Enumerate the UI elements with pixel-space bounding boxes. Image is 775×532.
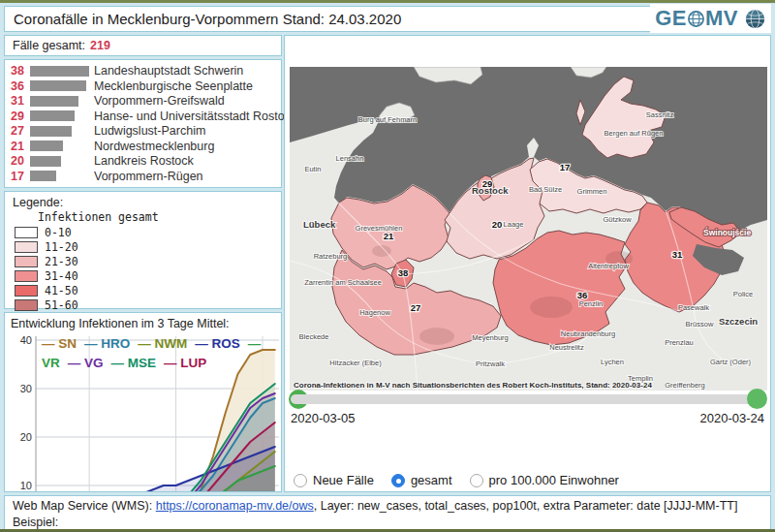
bar-value: 21	[11, 140, 30, 153]
bar-district-label: Ludwigslust-Parchim	[94, 124, 205, 138]
district-case-count: 36	[577, 290, 588, 300]
radio-selected-icon[interactable]	[391, 474, 405, 487]
district-case-count: 21	[384, 231, 394, 241]
legend-swatch	[15, 299, 38, 311]
city-label: Pasewalk	[678, 303, 709, 312]
map-canvas[interactable]: LübeckRostockSzczecinŚwinoujścieEutinLen…	[290, 67, 767, 391]
city-label: Neustrelitz	[549, 343, 584, 352]
bar	[30, 141, 90, 151]
district-case-count: 20	[492, 219, 503, 230]
city-label: Ratzeburg	[314, 252, 348, 261]
district-case-count: 27	[411, 302, 421, 313]
legend-swatch	[15, 285, 38, 297]
radio-icon[interactable]	[470, 474, 483, 487]
bar-fill	[30, 126, 72, 137]
bar-fill	[30, 141, 63, 151]
svg-text:20: 20	[20, 431, 32, 443]
bar-row: 27Ludwigslust-Parchim	[11, 124, 275, 139]
bar	[30, 156, 90, 167]
bar	[30, 96, 90, 107]
bar	[30, 80, 90, 91]
city-label: Burg auf Fehmarn	[358, 115, 417, 124]
page-title-bar: Coronafälle in Mecklenburg-Vorpommern St…	[4, 6, 715, 32]
map-attribution: Corona-Infektionen in M-V nach Situation…	[294, 381, 652, 390]
bar-fill	[30, 80, 86, 91]
forest-texture	[530, 297, 573, 318]
legend-range-label: 31-40	[45, 269, 78, 283]
radio-icon[interactable]	[294, 474, 307, 487]
footer: Web Map Service (WMS): https://coronamap…	[4, 495, 771, 530]
mode-label: Neue Fälle	[313, 473, 374, 487]
bar-fill	[30, 110, 75, 121]
bar-value: 31	[11, 94, 30, 108]
bar-fill	[30, 96, 78, 107]
trend-chart-title: Entwicklung Infektionen im 3 Tage Mittel…	[11, 317, 281, 330]
city-label: Gützkow	[603, 215, 632, 224]
bar-value: 27	[11, 124, 30, 138]
city-label: Grevesmühlen	[356, 224, 403, 233]
geomv-logo[interactable]: GE MV	[650, 4, 771, 33]
district-bar-chart: 38Landeshauptstadt Schwerin36Mecklenburg…	[4, 59, 282, 188]
bar	[30, 126, 90, 137]
legend-item: 21-30	[15, 255, 273, 268]
city-label: Neubrandenburg	[561, 329, 615, 338]
bar-district-label: Landkreis Rostock	[94, 154, 194, 168]
map-panel: LübeckRostockSzczecinŚwinoujścieEutinLen…	[284, 35, 771, 492]
bar-row: 17Vorpommern-Rügen	[11, 169, 275, 183]
globe-graticule-icon	[687, 10, 705, 28]
city-label: Hitzacker (Elbe)	[329, 359, 382, 367]
bar-value: 36	[11, 79, 30, 93]
bar-row: 21Nordwestmecklenburg	[11, 139, 275, 153]
legend-item: 0-10	[15, 226, 273, 239]
bar	[30, 110, 90, 121]
svg-text:10: 10	[20, 480, 32, 491]
legend-subtitle: Infektionen gesamt	[38, 210, 273, 224]
city-label: Eutin	[304, 165, 321, 173]
app-root: Coronafälle in Mecklenburg-Vorpommern St…	[0, 0, 775, 532]
svg-text:30: 30	[20, 383, 32, 394]
display-mode-radio-group: Neue Fällegesamtpro 100.000 Einwohner	[294, 473, 619, 487]
logo-text-right: MV	[705, 6, 738, 31]
total-cases-panel: Fälle gesamt: 219	[4, 35, 282, 56]
legend-item: 51-60	[15, 298, 273, 312]
city-label: Szczecin	[719, 316, 758, 327]
trend-chart: 10203040 — SN— HRO— NWM— ROS—VR— VG— MSE…	[11, 332, 281, 492]
city-label: Lychen	[601, 358, 624, 366]
mode-option-neue-f-lle[interactable]: Neue Fälle	[294, 473, 374, 487]
mode-option-pro-100-000-einwohner[interactable]: pro 100.000 Einwohner	[470, 473, 619, 487]
bar-row: 20Landkreis Rostock	[11, 154, 275, 169]
wms-url-link[interactable]: https://coronamap-mv.de/ows	[156, 499, 314, 513]
bar-district-label: Vorpommern-Rügen	[94, 170, 203, 183]
date-range-start: 2020-03-05	[291, 411, 356, 425]
trend-chart-svg: 10203040	[11, 332, 281, 491]
legend-range-label: 41-50	[45, 284, 78, 297]
bar-value: 29	[11, 110, 30, 123]
city-label: Laage	[504, 220, 524, 229]
legend-range-label: 11-20	[45, 240, 78, 254]
total-cases-value: 219	[90, 39, 110, 52]
legend-swatch	[15, 241, 38, 253]
bar-value: 17	[11, 170, 30, 183]
district-case-count: 29	[482, 178, 493, 189]
legend-swatch	[15, 270, 38, 282]
city-label: Hagenow	[359, 308, 390, 317]
footer-line1: Web Map Service (WMS): https://coronamap…	[13, 498, 762, 530]
bar-district-label: Mecklenburgische Seenplatte	[94, 79, 253, 93]
bar-district-label: Nordwestmecklenburg	[94, 140, 214, 153]
legend-swatch	[15, 227, 38, 238]
city-label: Zarrentin am Schaalsee	[304, 278, 382, 287]
bar	[30, 66, 90, 77]
legend-swatch	[15, 256, 38, 267]
city-label: Bergen auf Rügen	[604, 129, 664, 138]
date-slider-track[interactable]	[291, 394, 764, 404]
mode-option-gesamt[interactable]: gesamt	[391, 473, 452, 487]
district-case-count: 17	[560, 162, 571, 172]
bar	[30, 171, 90, 181]
legend-title: Legende:	[13, 196, 273, 209]
bar-row: 38Landeshauptstadt Schwerin	[11, 64, 275, 78]
bar-fill	[30, 156, 61, 167]
date-slider-handle[interactable]	[747, 389, 767, 409]
legend-item: 41-50	[15, 284, 273, 297]
district-case-count: 31	[672, 249, 683, 260]
legend-range-label: 21-30	[45, 255, 78, 268]
